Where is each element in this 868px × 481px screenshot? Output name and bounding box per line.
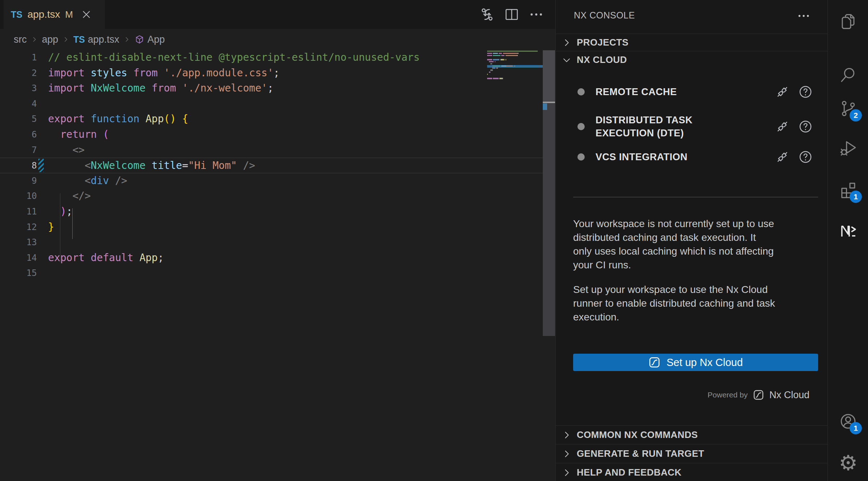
nx-cloud-icon [648,356,661,369]
overview-cursor-mark [543,102,555,103]
code-token [48,159,85,171]
activitybar-extensions[interactable]: 1 [839,180,858,199]
help-icon[interactable] [798,119,813,134]
line-number: 6 [0,127,37,142]
breadcrumb-item[interactable]: TSapp.tsx [73,34,119,45]
minimap-line [487,65,515,67]
panel-more-icon[interactable] [796,9,811,23]
code-token: import [48,67,85,79]
section-generate-run-target[interactable]: GENERATE & RUN TARGET [556,444,828,463]
activitybar-settings-gear[interactable]: ⚙ [839,454,858,472]
code-line[interactable]: 10 </> [0,188,543,204]
code-editor[interactable]: 1// eslint-disable-next-line @typescript… [0,50,555,481]
powered-by-label: Powered by [708,391,748,399]
code-line[interactable]: 13 [0,235,543,250]
code-token: ; [267,82,274,94]
code-token [48,144,72,156]
minimap-line [487,72,490,73]
section-nx-cloud[interactable]: NX CLOUD [556,51,828,68]
line-number: 5 [0,111,37,127]
code-token: < [85,159,91,171]
code-line[interactable]: 1// eslint-disable-next-line @typescript… [0,50,543,65]
code-token: } [48,221,54,233]
chevron-right-icon [561,37,572,48]
breadcrumb-label: src [14,34,27,45]
code-token: <> [72,144,85,156]
connect-icon[interactable] [775,84,790,99]
editor-scrollbar[interactable] [543,50,555,336]
section-help-and-feedback[interactable]: HELP AND FEEDBACK [556,463,828,481]
code-token: < [85,175,91,187]
setup-button-label: Set up Nx Cloud [666,357,743,369]
more-actions-icon[interactable] [528,7,544,22]
code-token: from [152,82,176,94]
close-tab-icon[interactable] [80,8,93,21]
code-line[interactable]: 15 [0,265,543,281]
split-editor-icon[interactable] [504,7,520,22]
code-line[interactable]: 4 [0,96,543,112]
code-token [158,67,164,79]
section-label: GENERATE & RUN TARGET [577,448,704,459]
chevron-down-icon [561,54,572,66]
breadcrumb-item[interactable]: src [14,34,27,45]
activitybar-search[interactable] [839,65,858,84]
activitybar-run-debug[interactable] [839,139,858,157]
activitybar-source-control[interactable]: 2 [839,99,858,118]
help-icon[interactable] [798,84,813,99]
setup-nx-cloud-button[interactable]: Set up Nx Cloud [573,354,818,371]
help-icon[interactable] [798,149,813,165]
code-line[interactable]: 5export function App() { [0,111,543,127]
line-number: 15 [0,265,37,281]
code-token: return [60,128,97,140]
activitybar-files[interactable] [839,12,858,31]
code-line[interactable]: 3import NxWelcome from './nx-welcome'; [0,81,543,96]
code-line[interactable]: 12} [0,220,543,235]
status-dot-icon [577,88,585,95]
code-token: App [146,113,164,125]
code-line[interactable]: 6 return ( [0,127,543,142]
code-token: // eslint-disable-next-line @typescript-… [48,51,420,63]
minimap[interactable] [487,51,543,90]
chevron-right-icon [561,429,572,441]
code-token [48,128,60,140]
breadcrumb-item[interactable]: App [134,34,165,45]
line-number: 7 [0,142,37,158]
open-changes-icon[interactable] [479,7,495,22]
feature-actions [775,149,813,165]
code-token [85,82,91,94]
code-line[interactable]: 11 ); [0,204,543,220]
code-token: default [91,252,133,264]
code-line[interactable]: 7 <> [0,142,543,158]
connect-icon[interactable] [775,119,790,134]
cloud-feature-row: REMOTE CACHE [577,83,813,101]
code-token [97,128,103,140]
nx-cloud-brand-label[interactable]: Nx Cloud [769,390,809,401]
code-token: ; [66,205,73,217]
code-line[interactable]: 14export default App; [0,250,543,266]
section-common-nx-commands[interactable]: COMMON NX COMMANDS [556,425,828,444]
code-token: title [152,159,182,171]
cloud-description-paragraph: Set up your workspace to use the Nx Clou… [573,283,823,324]
code-token: ( [103,128,109,140]
code-line[interactable]: 8 <NxWelcome title="Hi Mom" /> [0,158,543,173]
activitybar-nx-console[interactable] [839,222,858,241]
minimap-line [487,69,493,71]
code-line[interactable]: 2import styles from './app.module.css'; [0,65,543,81]
activitybar-account[interactable]: 1 [839,412,858,431]
breadcrumb-item[interactable]: app [42,34,58,45]
tab-app-tsx[interactable]: TS app.tsx M [4,0,105,29]
code-token [176,82,182,94]
code-line[interactable]: 9 <div /> [0,173,543,189]
code-token [146,82,152,94]
status-dot-icon [577,123,585,130]
section-projects[interactable]: PROJECTS [556,34,828,51]
feature-label: DISTRIBUTED TASKEXECUTION (DTE) [596,114,715,140]
chevron-right-icon [561,467,572,478]
code-token: { [182,113,188,125]
connect-icon[interactable] [775,149,790,165]
breadcrumb-separator-icon [123,35,131,43]
line-number: 8 [0,158,37,174]
code-token: "Hi Mom" [188,159,237,171]
section-label: COMMON NX COMMANDS [577,429,698,440]
section-label: PROJECTS [577,37,628,48]
